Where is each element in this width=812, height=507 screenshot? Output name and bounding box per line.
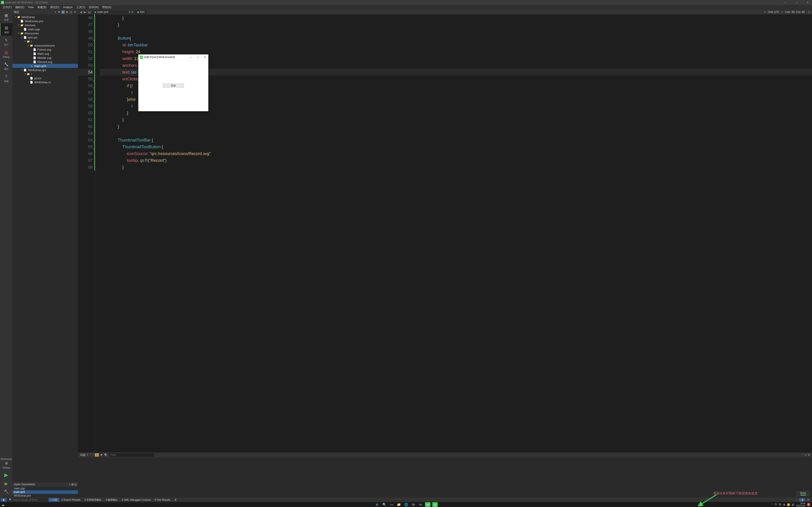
run-debug-button[interactable]: ▶🐞 [5,480,8,488]
tab-test-results[interactable]: 8 Test Results [153,498,172,501]
bookmark-icon[interactable]: 🕮 [87,10,92,13]
add-icon[interactable]: ⊞ [65,10,69,14]
tab-app-output[interactable]: 3 应用程序输出 [83,498,103,502]
close-icon[interactable]: ✕ [808,453,810,456]
tab-qml-console[interactable]: 5 QML Debugger Console [120,498,152,501]
mode-welcome[interactable]: ▦ 欢迎 [0,11,12,23]
tree-item[interactable]: 📄qt.ico [12,76,78,80]
ime-indicator[interactable]: 中 [775,503,777,506]
nav-back-icon[interactable]: ◀ [79,10,83,14]
tree-item[interactable]: 📄WinExtras.pro [12,19,78,23]
run-button[interactable]: ▶ [4,470,8,480]
tree-item[interactable]: 📄WinExtras.rc [12,80,78,84]
tab-search[interactable]: 2 Search Results [60,498,82,501]
edge-icon[interactable]: 🌐 [403,502,409,507]
tree-item[interactable]: ▼📄qml.qrc [12,35,78,39]
close-pane-icon[interactable]: ✕ [73,10,77,14]
tree-item[interactable]: 📄Friend.svg [12,48,78,52]
tree-item[interactable]: ▼📄WinExtras.qrc [12,68,78,72]
end-button[interactable]: End [163,83,184,88]
symbol-selector[interactable]: ◆ text [135,10,147,14]
down-icon[interactable]: ˅ [92,453,94,456]
tree-icon[interactable]: ⤴ [87,453,88,456]
search-icon[interactable]: 🔍 [382,502,387,507]
link-icon[interactable]: ⇄ [61,10,65,14]
build-button[interactable]: 🔨 [4,488,9,496]
menu-debug[interactable]: 调试(D) [48,5,61,10]
tab-issues[interactable]: 1 问题 [48,498,59,502]
menu-help[interactable]: 帮助(H) [100,5,113,10]
store-icon[interactable]: 🛍 [411,502,416,507]
mode-debug[interactable]: 🐞 Debug [0,48,12,60]
opendocs-item[interactable]: main.cpp [12,487,78,490]
menu-file[interactable]: 文件(F) [1,5,13,10]
minimize-button[interactable]: — [782,0,789,5]
tree-item[interactable]: ▼📁Sources [12,23,78,27]
tree-item[interactable]: 📄Record.svg [12,60,78,64]
wifi-icon[interactable]: 📶 [787,503,790,506]
close-file-icon[interactable]: ✕ [131,10,134,14]
menu-widgets[interactable]: 控件(W) [87,5,100,10]
app-close-button[interactable]: ✕ [203,56,207,59]
vs-icon[interactable]: ⋈ [418,502,423,507]
tree-item[interactable]: ▼📁/ [12,39,78,44]
close-button[interactable]: ✕ [804,0,811,5]
qt-creator-taskbar-icon[interactable]: Qt [432,502,438,507]
tree-item[interactable]: ◆main.qml [12,64,78,68]
cursor-position[interactable]: Line: 54, Col: 46 [783,10,807,13]
mode-edit[interactable]: ▤ 编辑 [0,23,12,36]
opendocs-item[interactable]: WinExtras.pro [12,494,78,498]
filter-input[interactable]: Filter [109,453,154,457]
ime-mode-icon[interactable]: 英 [779,503,781,506]
app-minimize-button[interactable]: — [189,56,193,59]
app-titlebar[interactable]: Qt Qt基于Qml之WinExtras实现 — □ ✕ [139,55,208,60]
filter-icon[interactable]: ▼ [57,10,61,14]
mode-projects[interactable]: 🔧 项目 [0,60,12,72]
filter-icon[interactable]: ▼ [100,453,103,456]
tree-item[interactable]: ▼📁/ [12,72,78,76]
tree-item[interactable]: ▼📁resources\icons [12,44,78,48]
qt-app-icon[interactable]: Qt [425,502,430,507]
opendocs-item[interactable]: main.qml [12,490,78,494]
clock[interactable]: 16:49 2022/11/6 [796,502,805,507]
app-maximize-button[interactable]: □ [196,56,200,59]
task-view-icon[interactable]: ▭ [389,502,394,507]
up-icon[interactable]: ˄ [90,453,91,456]
tree-item[interactable]: 📄main.cpp [12,27,78,31]
more-icon[interactable]: ⇵ [173,498,178,502]
tree-item[interactable]: 📄Main.svg [12,52,78,56]
split-icon[interactable]: ⊞ [71,483,73,486]
menu-build[interactable]: 构建(B) [36,5,48,10]
splitter[interactable] [3,497,10,497]
menu-edit[interactable]: 编辑(E) [13,5,26,10]
mode-design[interactable]: ✎ 设计 [0,36,12,48]
kit-selector[interactable]: WinExtras 🖥 Debug [0,456,12,470]
collapse-icon[interactable]: ˄ [802,453,804,456]
project-tree[interactable]: ▼📁WinExtras📄WinExtras.pro▼📁Sources📄main.… [12,14,78,482]
tree-item[interactable]: ▼📁Resources [12,31,78,35]
tree-item[interactable]: 📄Mobile.svg [12,56,78,60]
menu-analyze[interactable]: Analyze [61,5,74,9]
maximize-icon[interactable]: □ [805,453,807,456]
network-icon[interactable]: 🖥 [783,503,785,506]
file-selector[interactable]: ◆ main.qml [92,10,128,14]
sidebar-toggle-icon[interactable]: ◧ [1,498,7,502]
weather-icon[interactable]: ☁ [1,503,5,507]
chevron-up-icon[interactable]: ˄ [772,503,773,506]
volume-icon[interactable]: 🔊 [792,503,794,506]
warning-icon[interactable]: ⚠ [95,453,99,456]
line-ending[interactable]: Unix (LF) [766,10,781,13]
explorer-icon[interactable]: 📁 [396,502,401,507]
close-pane-icon[interactable]: ◫ [74,483,77,486]
nav-forward-icon[interactable]: ▶ [83,10,87,14]
notification-badge[interactable]: 1 [807,503,810,506]
locator-input[interactable]: 🔍 Type to locate (Ctrl+K) [7,498,48,502]
split-editor-icon[interactable]: ◫ [807,10,811,14]
menu-view[interactable]: View [26,5,36,9]
menu-tools[interactable]: 工具(T) [74,5,87,10]
tree-item[interactable]: ▼📁WinExtras [12,15,78,19]
split-icon[interactable]: ◫ [69,10,73,14]
maximize-button[interactable]: □ [794,0,800,5]
mode-help[interactable]: ? 帮助 [0,72,12,85]
tab-compile-output[interactable]: 4 编译输出 [104,498,119,502]
